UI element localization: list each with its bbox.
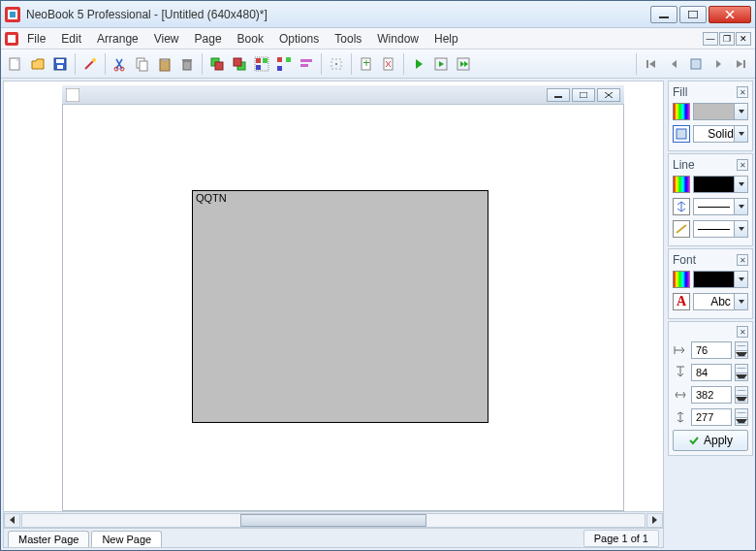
menu-window[interactable]: Window	[370, 30, 425, 48]
line-width-swatch[interactable]	[673, 198, 690, 215]
tb-align[interactable]	[296, 53, 317, 75]
line-style-swatch[interactable]	[673, 220, 690, 238]
doc-icon	[66, 88, 79, 102]
tb-run[interactable]	[408, 53, 429, 75]
tb-ungroup[interactable]	[273, 53, 295, 75]
tb-page-new[interactable]: +	[356, 53, 377, 75]
hscroll-thumb[interactable]	[240, 514, 427, 527]
tb-delete[interactable]	[176, 53, 198, 75]
pos-y-spinner[interactable]	[735, 364, 748, 381]
width-spinner[interactable]	[735, 386, 748, 404]
menubar: File Edit Arrange View Page Book Options…	[1, 28, 755, 49]
panel-fill-close[interactable]: ✕	[737, 86, 748, 98]
panel-pos-close[interactable]: ✕	[737, 326, 748, 338]
doc-minimize[interactable]	[547, 88, 570, 102]
tb-nav-last[interactable]	[730, 53, 751, 75]
fill-color-swatch[interactable]	[673, 103, 690, 120]
doc-close[interactable]	[597, 88, 620, 102]
tb-new[interactable]	[5, 53, 26, 75]
line-width-control[interactable]	[693, 198, 748, 215]
svg-rect-28	[277, 57, 282, 62]
tab-master-page[interactable]: Master Page	[8, 531, 89, 547]
hscroll-track[interactable]	[21, 513, 646, 528]
tb-open[interactable]	[27, 53, 48, 75]
panel-font-close[interactable]: ✕	[737, 254, 748, 266]
panel-line-title: Line	[673, 158, 695, 172]
font-control[interactable]: Abc	[693, 293, 748, 310]
tb-lock[interactable]	[326, 53, 347, 75]
tb-nav-prev[interactable]	[663, 53, 684, 75]
tb-run-page[interactable]	[430, 53, 452, 75]
svg-rect-41	[66, 88, 79, 102]
tb-page-del[interactable]	[378, 53, 399, 75]
menu-arrange[interactable]: Arrange	[90, 30, 145, 48]
tb-nav-first[interactable]	[641, 53, 662, 75]
svg-rect-18	[183, 61, 191, 70]
tb-run-from[interactable]	[453, 53, 474, 75]
mdi-restore[interactable]: ❐	[719, 32, 735, 46]
apply-button[interactable]: Apply	[673, 430, 748, 451]
pos-x-spinner[interactable]	[735, 341, 748, 359]
line-color-swatch[interactable]	[673, 176, 690, 193]
height-input[interactable]: 277	[691, 408, 732, 426]
fill-color-control[interactable]	[693, 103, 748, 120]
fill-style-swatch[interactable]	[673, 125, 690, 143]
panel-line: Line✕	[668, 153, 753, 246]
menu-view[interactable]: View	[147, 30, 186, 48]
menu-options[interactable]: Options	[272, 30, 326, 48]
tb-group[interactable]	[251, 53, 272, 75]
doc-maximize[interactable]	[572, 88, 595, 102]
hscroll-right[interactable]	[646, 513, 663, 528]
canvas-area[interactable]: QQTN	[62, 105, 624, 511]
object-label: QQTN	[196, 192, 227, 204]
tb-wand[interactable]	[79, 53, 101, 75]
svg-rect-17	[162, 58, 168, 61]
maximize-button[interactable]	[679, 6, 707, 23]
canvas-object-rect[interactable]: QQTN	[192, 190, 488, 423]
menu-edit[interactable]: Edit	[54, 30, 88, 48]
svg-rect-40	[691, 59, 701, 69]
h-scrollbar[interactable]	[4, 511, 663, 528]
menu-help[interactable]: Help	[427, 30, 465, 48]
line-color-control[interactable]	[693, 176, 748, 193]
pos-y-input[interactable]: 84	[691, 364, 732, 381]
tb-to-back[interactable]	[229, 53, 250, 75]
tb-save[interactable]	[49, 53, 71, 75]
pos-y-icon	[673, 365, 688, 380]
pos-x-input[interactable]: 76	[691, 341, 732, 359]
width-input[interactable]: 382	[691, 386, 732, 404]
tb-to-front[interactable]	[206, 53, 228, 75]
svg-text:+: +	[362, 56, 369, 70]
minimize-button[interactable]	[650, 6, 677, 23]
app-icon	[5, 7, 20, 22]
tb-nav-pages[interactable]	[685, 53, 707, 75]
tab-new-page[interactable]: New Page	[91, 531, 162, 547]
hscroll-left[interactable]	[4, 513, 20, 528]
font-color-swatch[interactable]	[673, 271, 690, 288]
panel-line-close[interactable]: ✕	[737, 159, 748, 171]
font-sample-swatch[interactable]: A	[673, 293, 690, 310]
mdi-minimize[interactable]: —	[703, 32, 718, 46]
side-panels: Fill✕ Solid Line✕	[666, 79, 755, 550]
menu-icon	[5, 32, 18, 46]
tb-cut[interactable]	[110, 53, 131, 75]
svg-rect-15	[140, 61, 147, 71]
font-color-control[interactable]	[693, 271, 748, 288]
menu-page[interactable]: Page	[188, 30, 229, 48]
fill-style-control[interactable]: Solid	[693, 125, 748, 143]
panel-font-title: Font	[673, 253, 696, 267]
menu-file[interactable]: File	[20, 30, 52, 48]
menu-tools[interactable]: Tools	[328, 30, 368, 48]
tb-copy[interactable]	[132, 53, 153, 75]
close-button[interactable]	[709, 6, 751, 23]
titlebar[interactable]: NeoBook 5 Professional - [Untitled (640x…	[1, 1, 755, 28]
mdi-close[interactable]: ✕	[736, 32, 751, 46]
menu-book[interactable]: Book	[231, 30, 270, 48]
line-style-control[interactable]	[693, 220, 748, 238]
tb-nav-next[interactable]	[708, 53, 729, 75]
page-surface[interactable]: QQTN	[63, 105, 623, 510]
doc-titlebar[interactable]	[62, 85, 624, 105]
tb-paste[interactable]	[154, 53, 175, 75]
height-spinner[interactable]	[735, 408, 748, 426]
svg-rect-42	[554, 96, 562, 98]
